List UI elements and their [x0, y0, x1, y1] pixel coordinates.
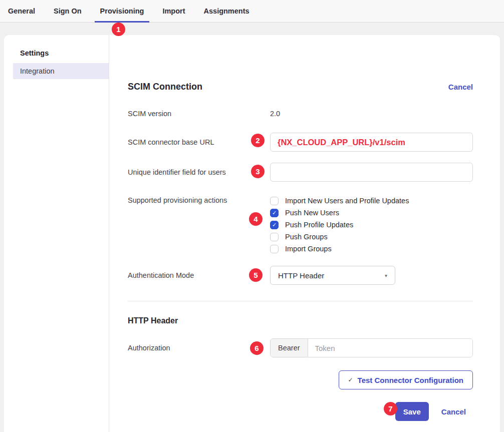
callout-badge-7: 7 [384, 402, 397, 415]
callout-badge-2: 2 [251, 134, 265, 147]
tab-sign-on[interactable]: Sign On [48, 0, 87, 22]
checkbox-label: Import Groups [285, 245, 332, 253]
cancel-link-bottom[interactable]: Cancel [441, 407, 466, 416]
checkbox-import-groups[interactable]: ✓ Import Groups [270, 243, 473, 255]
provisioning-actions-row: Supported provisioning actions ✓ Import … [128, 195, 473, 255]
base-url-label: SCIM connector base URL [128, 138, 270, 146]
checkbox-icon[interactable]: ✓ [270, 233, 279, 241]
scim-version-label: SCIM version [128, 110, 270, 118]
authorization-row: Authorization Bearer [128, 338, 473, 357]
save-button[interactable]: Save [395, 402, 429, 421]
provisioning-actions-label: Supported provisioning actions [128, 195, 270, 204]
authentication-mode-row: Authentication Mode HTTP Header ▾ [128, 266, 473, 285]
checkbox-icon[interactable]: ✓ [270, 221, 279, 229]
callout-badge-3: 3 [251, 165, 265, 178]
sidebar-item-integration[interactable]: Integration [13, 63, 109, 79]
test-connector-configuration-button[interactable]: ✓ Test Connector Configuration [339, 370, 473, 389]
base-url-row: SCIM connector base URL [128, 133, 473, 152]
authentication-mode-value: HTTP Header [278, 271, 324, 280]
base-url-input[interactable] [270, 133, 473, 152]
checkbox-icon[interactable]: ✓ [270, 245, 279, 253]
callout-badge-4: 4 [249, 212, 263, 226]
bearer-prefix: Bearer [271, 339, 308, 357]
sidebar-heading: Settings [20, 49, 109, 57]
tab-assignments[interactable]: Assignments [198, 0, 255, 22]
checkbox-push-profile-updates[interactable]: ✓ Push Profile Updates [270, 219, 473, 231]
checkbox-label: Push New Users [285, 209, 339, 217]
callout-badge-6: 6 [250, 341, 264, 355]
scim-version-row: SCIM version 2.0 [128, 109, 473, 119]
scim-connection-panel: SCIM Connection Cancel SCIM version 2.0 … [109, 35, 500, 432]
cancel-link-top[interactable]: Cancel [448, 83, 473, 91]
checkbox-push-groups[interactable]: ✓ Push Groups [270, 231, 473, 243]
checkbox-icon[interactable]: ✓ [270, 209, 279, 217]
callout-badge-5: 5 [249, 268, 263, 282]
provisioning-card: Settings Integration SCIM Connection Can… [4, 35, 500, 432]
checkbox-push-new-users[interactable]: ✓ Push New Users [270, 207, 473, 219]
authentication-mode-select[interactable]: HTTP Header ▾ [270, 266, 395, 285]
checkbox-import-new-users[interactable]: ✓ Import New Users and Profile Updates [270, 195, 473, 207]
section-divider [128, 301, 473, 301]
authorization-label: Authorization [128, 344, 270, 352]
unique-identifier-input[interactable] [270, 163, 473, 182]
unique-identifier-row: Unique identifier field for users [128, 163, 473, 182]
check-icon: ✓ [348, 376, 353, 383]
http-header-section-heading: HTTP Header [128, 316, 473, 325]
authorization-input-group: Bearer [270, 338, 473, 357]
token-input[interactable] [308, 339, 472, 357]
chevron-down-icon: ▾ [385, 273, 387, 278]
sidebar-item-label: Integration [20, 67, 55, 75]
settings-sidebar: Settings Integration [4, 35, 109, 432]
callout-badge-1: 1 [112, 23, 125, 36]
unique-identifier-label: Unique identifier field for users [128, 168, 270, 176]
page-title: SCIM Connection [128, 82, 202, 92]
tab-import[interactable]: Import [157, 0, 190, 22]
checkbox-label: Push Profile Updates [285, 221, 353, 229]
checkbox-label: Import New Users and Profile Updates [285, 197, 409, 205]
checkbox-label: Push Groups [285, 233, 328, 241]
test-connector-configuration-label: Test Connector Configuration [358, 376, 463, 384]
app-tab-bar: General Sign On Provisioning Import Assi… [0, 0, 504, 23]
tab-general[interactable]: General [3, 0, 41, 22]
scim-version-value: 2.0 [270, 110, 280, 118]
tab-provisioning[interactable]: Provisioning [95, 0, 150, 22]
checkbox-icon[interactable]: ✓ [270, 197, 279, 205]
